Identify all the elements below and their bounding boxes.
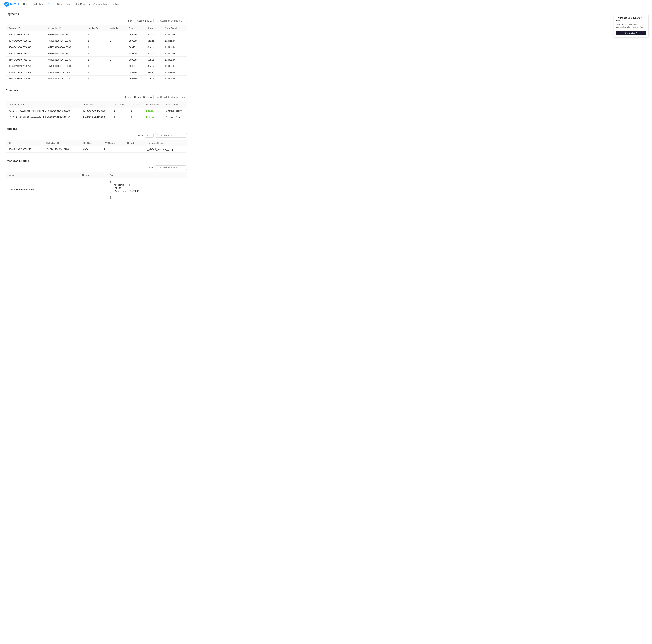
replica-db-name-cell: default bbox=[81, 146, 101, 153]
table-row: in01-176f7c3262bb33e-rootcoord-dml_1_454… bbox=[6, 114, 187, 120]
table-row: in01-176f7c3262bb33e-rootcoord-dml_0_454… bbox=[6, 108, 187, 114]
channel-name-cell: in01-176f7c3262bb33e-rootcoord-dml_0_454… bbox=[6, 108, 80, 114]
channels-search-icon bbox=[157, 96, 159, 98]
segments-table-body: 454894198407318642 454894198404418980 1 … bbox=[6, 31, 187, 82]
segment-collection-id-cell: 454894198404418980 bbox=[46, 31, 85, 38]
segment-collection-id-cell: 454894198404418980 bbox=[46, 63, 85, 69]
replicas-table: ID Collection ID DB Name RW Nodes RO Nod… bbox=[6, 140, 187, 152]
logo: milvus bbox=[4, 2, 19, 7]
table-row: 454894198458679297 454894198404418980 de… bbox=[6, 146, 187, 153]
channel-collection-id-cell: 454894198404418980 bbox=[80, 114, 111, 120]
col-rg-name: Name bbox=[6, 172, 79, 178]
segment-node-id-cell: 1 bbox=[107, 50, 126, 57]
resource-groups-search-icon bbox=[157, 166, 159, 169]
segment-id-cell: 454894198407318642 bbox=[6, 31, 46, 38]
table-row: __default_resource_group 1 { "requests":… bbox=[6, 178, 187, 201]
nav-data[interactable]: Data bbox=[57, 3, 62, 5]
nav-collections[interactable]: Collections bbox=[33, 3, 44, 5]
replica-resource-group-cell: __default_resource_group bbox=[144, 146, 187, 153]
channel-watch-state-cell: Healthy bbox=[143, 114, 163, 120]
channel-node-id-cell: 1 bbox=[128, 108, 143, 114]
resource-groups-table: Name Nodes Cfg __default_resource_group … bbox=[6, 172, 187, 201]
segment-id-cell: 454894198407318640 bbox=[6, 44, 46, 50]
table-row: 454894198407759939 454894198404418980 1 … bbox=[6, 69, 187, 76]
col-rg-nodes: Nodes bbox=[79, 172, 107, 178]
segment-state-detail-cell: L1 Ready bbox=[162, 38, 187, 44]
col-ro-nodes: RO Nodes bbox=[123, 140, 144, 146]
segment-state-cell: Sealed bbox=[144, 31, 162, 38]
nav-home[interactable]: Home bbox=[23, 3, 29, 5]
channels-filter-bar: Filter: Channel Name bbox=[6, 95, 187, 99]
replicas-filter-select[interactable]: ID bbox=[145, 133, 154, 138]
segment-id-cell: 454894198407749279 bbox=[6, 63, 46, 69]
segments-search bbox=[155, 19, 187, 23]
table-row: 454894198407108263 454894198404418980 1 … bbox=[6, 76, 187, 82]
segment-node-id-cell: 1 bbox=[107, 38, 126, 44]
replicas-title: Replicas bbox=[6, 127, 187, 130]
tools-dropdown-icon bbox=[117, 3, 119, 5]
rg-nodes-cell: 1 bbox=[79, 178, 107, 201]
replica-rw-nodes-cell: 1 bbox=[101, 146, 123, 153]
segment-leader-id-cell: 1 bbox=[85, 57, 107, 63]
nav-configurations[interactable]: Configurations bbox=[93, 3, 108, 5]
nav-query[interactable]: Query bbox=[47, 3, 53, 5]
replicas-filter-bar: Filter: ID bbox=[6, 133, 187, 138]
external-link-icon: ↗ bbox=[635, 32, 637, 34]
col-resource-group: Resource Group bbox=[144, 140, 187, 146]
resource-groups-search bbox=[155, 165, 187, 170]
channel-leader-id-cell: 1 bbox=[111, 114, 128, 120]
navbar: milvus Home Collections Query Data Tasks… bbox=[0, 0, 652, 8]
segments-section: Segments Filter: Segment ID Segment ID C… bbox=[6, 12, 187, 82]
nav-slow-requests[interactable]: Slow Requests bbox=[75, 3, 90, 5]
resource-groups-table-body: __default_resource_group 1 { "requests":… bbox=[6, 178, 187, 201]
col-state: State bbox=[144, 25, 162, 31]
segment-state-cell: Sealed bbox=[144, 69, 162, 76]
channels-title: Channels bbox=[6, 89, 187, 92]
segment-rows-cell: 359759 bbox=[126, 76, 144, 82]
replicas-search-input[interactable] bbox=[160, 134, 185, 137]
channels-filter-select[interactable]: Channel Name bbox=[132, 95, 154, 99]
segments-table: Segment ID Collection ID Leader ID Node … bbox=[6, 25, 187, 82]
segment-rows-cell: 360101 bbox=[126, 44, 144, 50]
col-replica-id: ID bbox=[6, 140, 43, 146]
resource-groups-filter-label: Filter: bbox=[148, 166, 154, 169]
col-state-detail: State Detail bbox=[162, 25, 187, 31]
segment-state-detail-cell: L1 Ready bbox=[162, 69, 187, 76]
segment-id-cell: 454894198407782787 bbox=[6, 57, 46, 63]
segment-node-id-cell: 1 bbox=[107, 69, 126, 76]
segments-filter-select[interactable]: Segment ID bbox=[135, 19, 154, 23]
nav-tools[interactable]: Tools bbox=[111, 3, 119, 5]
promo-get-started-button[interactable]: Get Started ↗ bbox=[616, 31, 646, 35]
segment-state-detail-cell: L1 Ready bbox=[162, 76, 187, 82]
replicas-search-icon bbox=[157, 134, 159, 136]
channels-search-input[interactable] bbox=[160, 96, 185, 98]
resource-groups-search-input[interactable] bbox=[160, 166, 185, 169]
col-channel-leader-id: Leader ID bbox=[111, 101, 128, 108]
segment-rows-cell: 419825 bbox=[126, 50, 144, 57]
col-channel-node-id: Node ID bbox=[128, 101, 143, 108]
nav-tasks[interactable]: Tasks bbox=[65, 3, 71, 5]
channels-section: Channels Filter: Channel Name Channel Na… bbox=[6, 89, 187, 120]
segment-collection-id-cell: 454894198404418980 bbox=[46, 69, 85, 76]
segments-filter-bar: Filter: Segment ID bbox=[6, 19, 187, 23]
segment-state-cell: Sealed bbox=[144, 57, 162, 63]
segment-rows-cell: 399728 bbox=[126, 69, 144, 76]
segment-rows-cell: 360334 bbox=[126, 63, 144, 69]
resource-groups-table-header: Name Nodes Cfg bbox=[6, 172, 187, 178]
channel-state-detail-cell: Channel Ready bbox=[163, 114, 187, 120]
col-node-id: Node ID bbox=[107, 25, 126, 31]
col-rows: Rows bbox=[126, 25, 144, 31]
replica-id-cell: 454894198458679297 bbox=[6, 146, 43, 153]
segment-rows-cell: 199946 bbox=[126, 31, 144, 38]
svg-point-1 bbox=[6, 4, 7, 4]
replica-collection-id-cell: 454894198404418980 bbox=[43, 146, 81, 153]
replicas-filter-chevron bbox=[150, 134, 152, 136]
replicas-search bbox=[155, 133, 187, 138]
replicas-filter-label: Filter: bbox=[138, 134, 144, 137]
table-row: 454894198407749279 454894198404418980 1 … bbox=[6, 63, 187, 69]
segments-search-input[interactable] bbox=[160, 19, 185, 22]
segments-title: Segments bbox=[6, 12, 187, 16]
channels-filter-chevron bbox=[150, 96, 152, 98]
rg-cfg-cell: { "requests": {}, "limits": { "node_num"… bbox=[107, 178, 187, 201]
segment-state-detail-cell: L1 Ready bbox=[162, 57, 187, 63]
